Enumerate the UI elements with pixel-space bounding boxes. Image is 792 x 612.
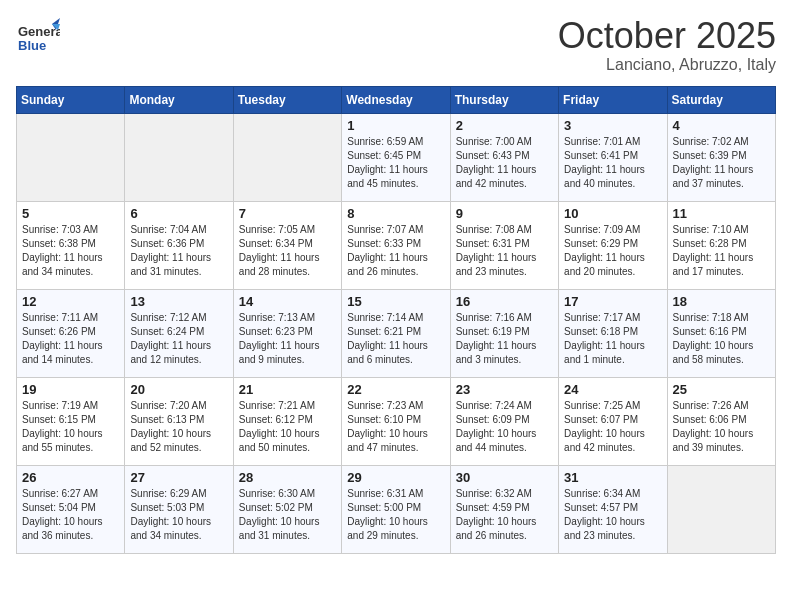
logo-icon: General Blue [16,16,60,64]
day-info: Sunrise: 7:01 AM Sunset: 6:41 PM Dayligh… [564,135,661,191]
day-number: 18 [673,294,770,309]
day-info: Sunrise: 7:05 AM Sunset: 6:34 PM Dayligh… [239,223,336,279]
day-number: 28 [239,470,336,485]
day-info: Sunrise: 7:21 AM Sunset: 6:12 PM Dayligh… [239,399,336,455]
day-number: 7 [239,206,336,221]
calendar-cell [17,113,125,201]
weekday-header-monday: Monday [125,86,233,113]
weekday-header-wednesday: Wednesday [342,86,450,113]
day-number: 10 [564,206,661,221]
day-info: Sunrise: 7:09 AM Sunset: 6:29 PM Dayligh… [564,223,661,279]
weekday-header-sunday: Sunday [17,86,125,113]
weekday-header-saturday: Saturday [667,86,775,113]
calendar-cell: 17Sunrise: 7:17 AM Sunset: 6:18 PM Dayli… [559,289,667,377]
location: Lanciano, Abruzzo, Italy [558,56,776,74]
calendar-cell [667,465,775,553]
page-header: General Blue October 2025 Lanciano, Abru… [16,16,776,74]
week-row-4: 19Sunrise: 7:19 AM Sunset: 6:15 PM Dayli… [17,377,776,465]
day-number: 9 [456,206,553,221]
calendar-table: SundayMondayTuesdayWednesdayThursdayFrid… [16,86,776,554]
day-number: 14 [239,294,336,309]
calendar-cell: 1Sunrise: 6:59 AM Sunset: 6:45 PM Daylig… [342,113,450,201]
day-info: Sunrise: 7:02 AM Sunset: 6:39 PM Dayligh… [673,135,770,191]
day-info: Sunrise: 7:10 AM Sunset: 6:28 PM Dayligh… [673,223,770,279]
calendar-cell: 18Sunrise: 7:18 AM Sunset: 6:16 PM Dayli… [667,289,775,377]
calendar-cell: 29Sunrise: 6:31 AM Sunset: 5:00 PM Dayli… [342,465,450,553]
day-number: 6 [130,206,227,221]
day-info: Sunrise: 7:19 AM Sunset: 6:15 PM Dayligh… [22,399,119,455]
calendar-cell: 19Sunrise: 7:19 AM Sunset: 6:15 PM Dayli… [17,377,125,465]
day-number: 20 [130,382,227,397]
day-info: Sunrise: 7:18 AM Sunset: 6:16 PM Dayligh… [673,311,770,367]
day-number: 5 [22,206,119,221]
day-info: Sunrise: 7:07 AM Sunset: 6:33 PM Dayligh… [347,223,444,279]
day-number: 8 [347,206,444,221]
day-number: 25 [673,382,770,397]
calendar-cell: 11Sunrise: 7:10 AM Sunset: 6:28 PM Dayli… [667,201,775,289]
logo: General Blue [16,16,60,64]
day-number: 24 [564,382,661,397]
calendar-cell: 27Sunrise: 6:29 AM Sunset: 5:03 PM Dayli… [125,465,233,553]
day-info: Sunrise: 6:31 AM Sunset: 5:00 PM Dayligh… [347,487,444,543]
day-info: Sunrise: 6:29 AM Sunset: 5:03 PM Dayligh… [130,487,227,543]
calendar-cell: 24Sunrise: 7:25 AM Sunset: 6:07 PM Dayli… [559,377,667,465]
day-info: Sunrise: 7:24 AM Sunset: 6:09 PM Dayligh… [456,399,553,455]
day-number: 4 [673,118,770,133]
day-number: 15 [347,294,444,309]
calendar-cell [125,113,233,201]
calendar-cell: 22Sunrise: 7:23 AM Sunset: 6:10 PM Dayli… [342,377,450,465]
day-number: 23 [456,382,553,397]
calendar-cell: 14Sunrise: 7:13 AM Sunset: 6:23 PM Dayli… [233,289,341,377]
calendar-cell: 28Sunrise: 6:30 AM Sunset: 5:02 PM Dayli… [233,465,341,553]
day-info: Sunrise: 7:14 AM Sunset: 6:21 PM Dayligh… [347,311,444,367]
calendar-cell: 15Sunrise: 7:14 AM Sunset: 6:21 PM Dayli… [342,289,450,377]
day-number: 19 [22,382,119,397]
weekday-header-tuesday: Tuesday [233,86,341,113]
day-number: 27 [130,470,227,485]
day-info: Sunrise: 7:23 AM Sunset: 6:10 PM Dayligh… [347,399,444,455]
day-info: Sunrise: 6:30 AM Sunset: 5:02 PM Dayligh… [239,487,336,543]
day-number: 22 [347,382,444,397]
calendar-cell: 13Sunrise: 7:12 AM Sunset: 6:24 PM Dayli… [125,289,233,377]
day-number: 13 [130,294,227,309]
weekday-header-thursday: Thursday [450,86,558,113]
day-number: 26 [22,470,119,485]
day-info: Sunrise: 7:20 AM Sunset: 6:13 PM Dayligh… [130,399,227,455]
calendar-cell: 5Sunrise: 7:03 AM Sunset: 6:38 PM Daylig… [17,201,125,289]
calendar-cell: 16Sunrise: 7:16 AM Sunset: 6:19 PM Dayli… [450,289,558,377]
calendar-cell: 10Sunrise: 7:09 AM Sunset: 6:29 PM Dayli… [559,201,667,289]
day-info: Sunrise: 7:13 AM Sunset: 6:23 PM Dayligh… [239,311,336,367]
day-number: 29 [347,470,444,485]
title-block: October 2025 Lanciano, Abruzzo, Italy [558,16,776,74]
weekday-header-row: SundayMondayTuesdayWednesdayThursdayFrid… [17,86,776,113]
day-info: Sunrise: 7:03 AM Sunset: 6:38 PM Dayligh… [22,223,119,279]
day-info: Sunrise: 6:34 AM Sunset: 4:57 PM Dayligh… [564,487,661,543]
week-row-2: 5Sunrise: 7:03 AM Sunset: 6:38 PM Daylig… [17,201,776,289]
calendar-cell: 12Sunrise: 7:11 AM Sunset: 6:26 PM Dayli… [17,289,125,377]
calendar-cell: 21Sunrise: 7:21 AM Sunset: 6:12 PM Dayli… [233,377,341,465]
calendar-cell: 31Sunrise: 6:34 AM Sunset: 4:57 PM Dayli… [559,465,667,553]
calendar-cell: 6Sunrise: 7:04 AM Sunset: 6:36 PM Daylig… [125,201,233,289]
day-number: 2 [456,118,553,133]
day-info: Sunrise: 7:16 AM Sunset: 6:19 PM Dayligh… [456,311,553,367]
day-info: Sunrise: 7:17 AM Sunset: 6:18 PM Dayligh… [564,311,661,367]
day-number: 3 [564,118,661,133]
calendar-cell: 7Sunrise: 7:05 AM Sunset: 6:34 PM Daylig… [233,201,341,289]
day-info: Sunrise: 7:11 AM Sunset: 6:26 PM Dayligh… [22,311,119,367]
calendar-cell: 3Sunrise: 7:01 AM Sunset: 6:41 PM Daylig… [559,113,667,201]
calendar-cell: 30Sunrise: 6:32 AM Sunset: 4:59 PM Dayli… [450,465,558,553]
day-info: Sunrise: 7:08 AM Sunset: 6:31 PM Dayligh… [456,223,553,279]
day-number: 21 [239,382,336,397]
calendar-cell [233,113,341,201]
month-title: October 2025 [558,16,776,56]
day-info: Sunrise: 7:00 AM Sunset: 6:43 PM Dayligh… [456,135,553,191]
day-number: 17 [564,294,661,309]
day-info: Sunrise: 7:04 AM Sunset: 6:36 PM Dayligh… [130,223,227,279]
day-info: Sunrise: 7:25 AM Sunset: 6:07 PM Dayligh… [564,399,661,455]
day-info: Sunrise: 7:26 AM Sunset: 6:06 PM Dayligh… [673,399,770,455]
day-number: 11 [673,206,770,221]
day-info: Sunrise: 7:12 AM Sunset: 6:24 PM Dayligh… [130,311,227,367]
week-row-5: 26Sunrise: 6:27 AM Sunset: 5:04 PM Dayli… [17,465,776,553]
calendar-cell: 4Sunrise: 7:02 AM Sunset: 6:39 PM Daylig… [667,113,775,201]
day-info: Sunrise: 6:27 AM Sunset: 5:04 PM Dayligh… [22,487,119,543]
